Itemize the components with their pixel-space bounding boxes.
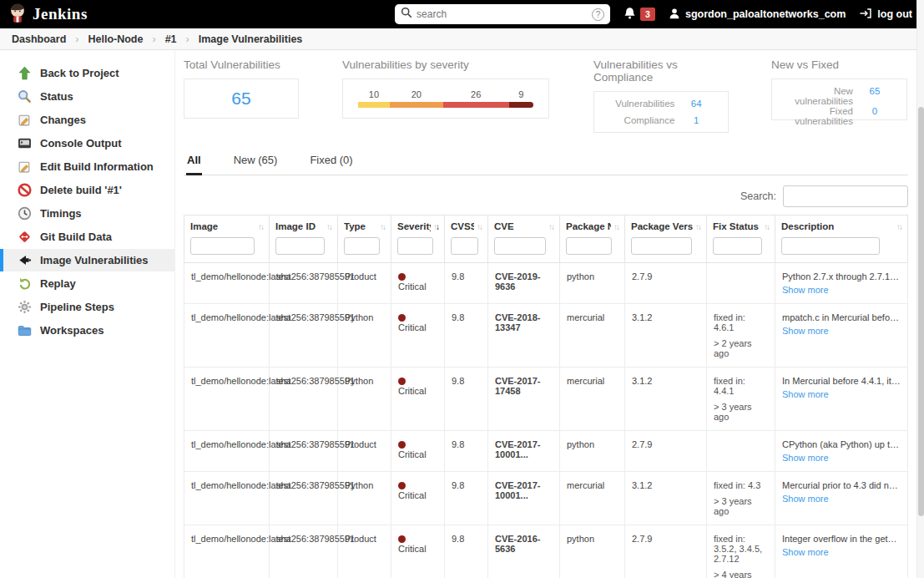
- severity-segment-bar: [509, 102, 533, 108]
- severity-segment-bar: [443, 102, 509, 108]
- jenkins-home-link[interactable]: Jenkins: [8, 3, 88, 26]
- cell-fix-status: fixed in: 4.3 > 3 years ago: [707, 472, 775, 525]
- column-filter-input[interactable]: [494, 237, 546, 255]
- breadcrumb-item[interactable]: Hello-Node: [88, 33, 164, 45]
- card-title: Vulnerabilities by severity: [342, 58, 549, 71]
- sidebar-item-icon: [18, 136, 32, 150]
- column-label: Severity: [397, 221, 431, 231]
- sidebar-item-icon: [18, 323, 32, 337]
- column-filter-input[interactable]: [190, 237, 255, 255]
- column-filter-input[interactable]: [713, 237, 762, 255]
- stat-label: Fixed vulnerabilities: [782, 106, 853, 126]
- sort-arrows-icon: ↑↓: [431, 222, 438, 231]
- cell-cve: CVE-2017-10001...: [488, 431, 560, 472]
- sort-arrows-icon: ↑↓: [761, 222, 769, 231]
- cell-description: In Mercurial before 4.4.1, it is possibl…: [775, 368, 908, 431]
- column-label: Fix Status: [713, 221, 759, 231]
- sidebar-item-label: Image Vulnerabilities: [40, 254, 149, 266]
- table-search-row: Search:: [184, 185, 908, 207]
- column-sort-button[interactable]: Severity ↑↓: [397, 221, 438, 231]
- breadcrumb-item[interactable]: #1: [165, 33, 199, 45]
- user-menu[interactable]: sgordon_paloaltonetworks_com: [669, 8, 846, 22]
- column-filter-input[interactable]: [275, 237, 325, 255]
- sidebar-item[interactable]: Pipeline Steps: [0, 296, 174, 318]
- column-sort-button[interactable]: CVSS ↑↓: [451, 221, 482, 231]
- sort-arrows-icon: ↑↓: [611, 222, 619, 231]
- scrollbar-thumb[interactable]: [918, 107, 924, 516]
- cell-package-version: 2.7.9: [625, 263, 707, 304]
- sidebar-item-label: Changes: [40, 114, 86, 126]
- cell-cvss: 9.8: [445, 472, 488, 525]
- column-filter-input[interactable]: [566, 237, 612, 255]
- tab[interactable]: New (65): [233, 147, 279, 175]
- show-more-link[interactable]: Show more: [782, 494, 829, 504]
- column-sort-button[interactable]: Image ↑↓: [190, 221, 263, 231]
- stat-row: Fixed vulnerabilities 0: [782, 106, 896, 126]
- column-filter-input[interactable]: [781, 237, 880, 255]
- column-sort-button[interactable]: CVE ↑↓: [494, 221, 553, 231]
- column-sort-button[interactable]: Type ↑↓: [344, 221, 385, 231]
- column-filter-input[interactable]: [344, 237, 380, 255]
- column-sort-button[interactable]: Package Version ↑↓: [631, 221, 700, 231]
- sidebar-item-icon: [18, 276, 32, 291]
- tab[interactable]: Fixed (0): [309, 147, 353, 175]
- column-sort-button[interactable]: Package Name ↑↓: [566, 221, 619, 231]
- cell-description: Integer overflow in the get_data functio…: [775, 525, 908, 578]
- sidebar-item[interactable]: Image Vulnerabilities: [0, 249, 174, 271]
- sidebar-item[interactable]: Git Build Data: [0, 226, 174, 248]
- breadcrumb-item[interactable]: Dashboard: [12, 33, 88, 45]
- cell-image-id: sha256:387985591: [270, 368, 338, 431]
- cell-image-id: sha256:387985591: [270, 525, 338, 578]
- brand-title: Jenkins: [33, 5, 88, 23]
- breadcrumb-item[interactable]: Image Vulnerabilities: [199, 33, 303, 45]
- column-filter-input[interactable]: [631, 237, 692, 255]
- critical-dot-icon: [398, 441, 406, 449]
- column-filter-input[interactable]: [397, 237, 433, 255]
- critical-dot-icon: [398, 482, 406, 489]
- cell-cve: CVE-2017-17458: [488, 368, 560, 431]
- show-more-link[interactable]: Show more: [782, 389, 829, 399]
- table-row: tl_demo/hellonode:latest sha256:38798559…: [184, 525, 908, 578]
- cell-package-name: mercurial: [560, 368, 625, 431]
- column-sort-button[interactable]: Image ID ↑↓: [275, 221, 331, 231]
- sidebar-item[interactable]: Back to Project: [0, 62, 174, 84]
- cell-type: Python: [338, 472, 391, 525]
- table-search-input[interactable]: [783, 185, 908, 207]
- cell-cvss: 9.8: [445, 431, 488, 472]
- sort-arrows-icon: ↑↓: [324, 222, 331, 231]
- cell-cvss: 9.8: [445, 525, 488, 578]
- stat-row: Compliance 1: [604, 115, 718, 125]
- cell-image-id: sha256:387985591: [270, 263, 338, 304]
- column-sort-button[interactable]: Description ↑↓: [781, 221, 901, 231]
- sidebar-item[interactable]: Timings: [0, 202, 174, 225]
- show-more-link[interactable]: Show more: [782, 453, 829, 463]
- cell-fix-status: [707, 263, 775, 304]
- sidebar-item[interactable]: Status: [0, 85, 174, 108]
- severity-segment: 20: [390, 89, 443, 108]
- show-more-link[interactable]: Show more: [782, 547, 829, 557]
- cell-description: CPython (aka Python) up to 2.7.13 is vul…: [775, 431, 908, 472]
- notifications-button[interactable]: 3: [624, 7, 655, 23]
- sidebar-item[interactable]: Console Output: [0, 132, 174, 155]
- sidebar-item[interactable]: Edit Build Information: [0, 155, 174, 178]
- cell-package-name: python: [560, 263, 625, 304]
- sort-arrows-icon: ↑↓: [474, 222, 482, 231]
- sidebar-item[interactable]: Workspaces: [0, 319, 174, 342]
- sidebar-item[interactable]: Changes: [0, 109, 174, 131]
- card-title: Vulnerabilities vs Compliance: [593, 58, 729, 84]
- column-header: Description ↑↓: [775, 215, 908, 263]
- show-more-link[interactable]: Show more: [782, 285, 829, 295]
- logout-button[interactable]: log out: [859, 8, 912, 22]
- help-icon[interactable]: ?: [592, 8, 604, 21]
- sidebar-item[interactable]: Replay: [0, 272, 174, 295]
- cell-package-name: python: [560, 525, 625, 578]
- search-input[interactable]: [417, 8, 588, 20]
- column-sort-button[interactable]: Fix Status ↑↓: [713, 221, 769, 231]
- column-filter-input[interactable]: [451, 237, 478, 255]
- cell-fix-status: [707, 431, 775, 472]
- logout-label: log out: [877, 8, 912, 20]
- sidebar-item[interactable]: Delete build '#1': [0, 179, 174, 201]
- show-more-link[interactable]: Show more: [782, 326, 829, 336]
- tab[interactable]: All: [186, 147, 202, 175]
- result-tabs: AllNew (65)Fixed (0): [184, 147, 908, 175]
